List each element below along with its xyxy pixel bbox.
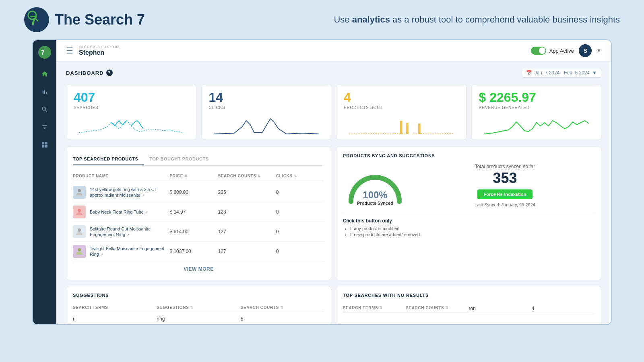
col-clicks[interactable]: CLICKS ⇅ [276,174,324,178]
click-info-list: If any product is modified If new produc… [343,226,594,237]
no-results-row: ron 4 [469,303,595,314]
product-searches-4: 127 [218,249,276,254]
stat-number-products-sold: 4 [344,91,459,104]
stats-row: 407 SEARCHES 14 CLICKS [66,84,601,140]
svg-rect-7 [45,142,47,144]
product-img-2 [73,206,86,218]
product-name-3: Solitaire Round Cut Moissanite Engagemen… [90,226,169,238]
product-img-3 [73,225,86,238]
sync-info: Total products synced so far 353 Force R… [415,164,594,207]
tab-top-searched[interactable]: TOP SEARCHED PRODUCTS [73,153,144,165]
hamburger-menu[interactable]: ☰ [66,46,73,56]
tab-top-bought[interactable]: TOP BOUGHT PRODUCTS [149,153,214,165]
sort-nr-terms-icon: ⇅ [379,306,383,310]
svg-rect-9 [45,145,47,148]
gauge-text: 100% Products Synced [357,189,393,206]
sug-suggestion: ring [157,316,240,322]
products-sync-panel: PRODUCTS SYNC AND SUGGESTIONS 100% [336,146,601,280]
date-range-filter[interactable]: 📅 Jan. 7 2024 - Feb. 5 2024 ▼ [522,68,601,78]
table-row: Twilight Bella Moissanite Engagement Rin… [73,242,324,261]
dashboard-title: DASHBOARD ? [66,70,113,76]
app-active-toggle-area: App Active [531,47,574,55]
sort-suggestions-icon: ⇅ [190,306,194,310]
product-price-4: $ 1037.00 [169,249,218,254]
force-reindex-button[interactable]: Force Re-Indexation [477,189,533,199]
suggestions-header: SEARCH TERMS SUGGESTIONS ⇅ SEARCH COUNTS… [73,303,324,312]
user-dropdown-icon[interactable]: ▼ [597,48,601,53]
product-searches-1: 205 [218,189,276,195]
stat-card-searches: 407 SEARCHES [66,84,196,140]
sidebar-logo-icon: 7 [38,46,51,59]
logo-area: 7 The Search 7 [24,7,145,32]
top-banner: 7 The Search 7 Use analytics as a robust… [0,0,644,39]
products-table: PRODUCT NAME PRICE ⇅ SEARCH COUNTS ⇅ [73,171,324,274]
stat-card-products-sold: 4 PRODUCTS SOLD [336,84,466,140]
nav-right: App Active S ▼ [531,44,601,57]
click-info-title: Click this button only [343,218,594,224]
user-avatar[interactable]: S [579,44,592,57]
top-searched-products-panel: TOP SEARCHED PRODUCTS TOP BOUGHT PRODUCT… [66,146,331,280]
suggestions-panel: SUGGESTIONS SEARCH TERMS SUGGESTIONS ⇅ [66,286,331,324]
no-results-title: TOP SEARCHES WITH NO RESULTS [343,293,594,298]
col-search-counts[interactable]: SEARCH COUNTS ⇅ [218,174,276,178]
top-nav: ☰ GOOD AFTERNOON, Stephen App Active S ▼ [56,40,611,62]
gauge-label: Products Synced [357,201,393,206]
svg-rect-6 [42,142,44,144]
svg-text:7: 7 [41,49,45,56]
app-active-toggle[interactable] [531,47,546,55]
svg-point-16 [78,248,81,251]
sidebar-item-filter[interactable] [37,119,53,135]
sidebar-item-search[interactable] [37,101,53,117]
middle-row: TOP SEARCHED PRODUCTS TOP BOUGHT PRODUCT… [66,146,601,280]
nr-col-search-terms[interactable]: SEARCH TERMS ⇅ [343,305,406,310]
greeting: GOOD AFTERNOON, Stephen [79,45,121,56]
col-price[interactable]: PRICE ⇅ [169,174,218,178]
stat-number-clicks: 14 [209,91,324,104]
product-name-2: Baby Neck Float Ring Tube ↗ [90,209,148,215]
sug-col-suggestions[interactable]: SUGGESTIONS ⇅ [157,305,240,310]
stat-number-searches: 407 [74,91,189,104]
dashboard-info-icon[interactable]: ? [106,70,113,76]
sort-search-icon: ⇅ [258,174,261,178]
app-active-label: App Active [549,48,574,54]
product-clicks-2: 0 [276,209,324,215]
content-body: DASHBOARD ? 📅 Jan. 7 2024 - Feb. 5 2024 … [56,62,611,324]
sidebar-item-home[interactable] [37,66,53,82]
click-info-item-2: If new products are added/removed [350,232,594,237]
svg-point-14 [78,209,81,212]
dropdown-icon: ▼ [592,70,597,76]
stat-number-revenue: $ 2265.97 [479,91,594,104]
nr-col-counts[interactable]: SEARCH COUNTS ⇅ [406,305,469,310]
sparkline-searches [74,115,189,135]
nr-count: 4 [532,306,594,311]
sort-sug-counts-icon: ⇅ [280,306,284,310]
stat-label-clicks: CLICKS [209,105,324,110]
sidebar-item-analytics[interactable] [37,84,53,100]
sug-term: ri [73,316,157,322]
nav-left: ☰ GOOD AFTERNOON, Stephen [66,45,121,56]
col-product-name: PRODUCT NAME [73,174,169,178]
bottom-row: SUGGESTIONS SEARCH TERMS SUGGESTIONS ⇅ [66,286,601,324]
sort-nr-counts-icon: ⇅ [445,306,449,310]
nr-term: ron [469,306,532,311]
sparkline-products-sold [344,115,459,135]
svg-point-4 [38,46,51,59]
sug-count: 5 [241,316,324,322]
product-clicks-1: 0 [276,189,324,195]
svg-rect-8 [42,145,44,148]
view-more-button[interactable]: VIEW MORE [73,261,324,274]
stat-label-searches: SEARCHES [74,105,189,110]
product-clicks-4: 0 [276,249,324,254]
sync-subtitle: Total products synced so far [415,164,594,169]
product-cell-2: Baby Neck Float Ring Tube ↗ [73,206,169,218]
sug-col-search-counts[interactable]: SEARCH COUNTS ⇅ [241,305,324,310]
suggestions-table: SEARCH TERMS SUGGESTIONS ⇅ SEARCH COUNTS… [73,303,324,324]
svg-point-15 [78,228,81,232]
table-row: Baby Neck Float Ring Tube ↗ $ 14.97 128 … [73,202,324,222]
suggestions-title: SUGGESTIONS [73,293,324,298]
app-window: 7 ☰ GOOD AFTERNOON, Stephen [32,39,612,325]
product-img-4 [73,245,86,258]
sidebar-item-settings[interactable] [37,137,53,153]
no-results-header: SEARCH TERMS ⇅ SEARCH COUNTS ⇅ [343,303,469,313]
sort-price-icon: ⇅ [184,174,188,178]
